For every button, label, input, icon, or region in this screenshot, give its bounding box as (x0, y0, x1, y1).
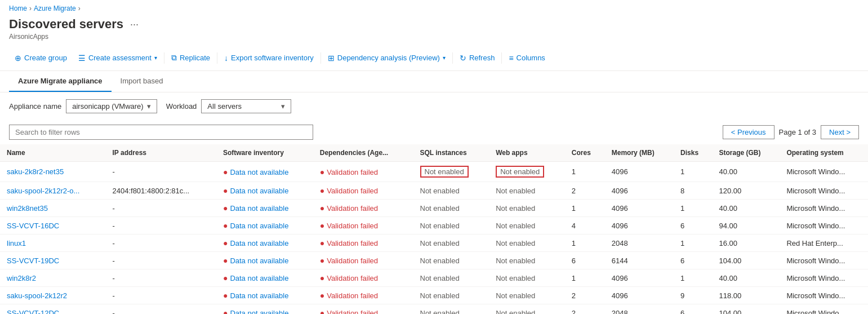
filters: Appliance name airsonicapp (VMware) ▾ Wo… (0, 92, 868, 120)
cell-dependencies: ●Validation failed (313, 287, 413, 304)
col-ip: IP address (106, 144, 216, 162)
cell-dependencies: ●Validation failed (313, 162, 413, 182)
cell-name[interactable]: SS-VCVT-16DC (0, 217, 106, 235)
search-input[interactable] (15, 128, 307, 136)
toolbar-separator-3 (321, 52, 321, 64)
toolbar-separator-2 (217, 52, 217, 64)
dependency-button[interactable]: ⊞ Dependency analysis (Preview) ▾ (322, 50, 451, 66)
columns-button[interactable]: ≡ Columns (503, 50, 550, 66)
error-icon: ● (223, 291, 228, 300)
cell-name[interactable]: saku-spool-2k12r2-o... (0, 182, 106, 200)
software-link[interactable]: Data not available (230, 204, 288, 213)
cell-cores: 2 (565, 304, 605, 315)
table-row: win2k8r2-●Data not available●Validation … (0, 269, 868, 287)
cell-dependencies: ●Validation failed (313, 217, 413, 235)
cell-memory: 4096 (605, 182, 674, 200)
cell-web-apps: Not enabled (489, 200, 565, 217)
error-icon: ● (223, 308, 228, 314)
cell-sql-instances: Not enabled (413, 162, 489, 182)
next-button[interactable]: Next > (821, 125, 859, 139)
error-icon: ● (223, 186, 228, 195)
cell-name[interactable]: saku-spool-2k12r2 (0, 287, 106, 304)
servers-table: Name IP address Software inventory Depen… (0, 144, 868, 314)
search-pagination-bar: < Previous Page 1 of 3 Next > (0, 120, 868, 144)
previous-button[interactable]: < Previous (723, 125, 774, 139)
appliance-select[interactable]: airsonicapp (VMware) ▾ (66, 99, 157, 113)
create-group-icon: ⊕ (15, 54, 21, 63)
cell-disks: 6 (674, 304, 713, 315)
cell-os: Red Hat Enterp... (780, 235, 868, 252)
software-link[interactable]: Data not available (230, 274, 288, 282)
table-row: saku-spool-2k12r2-●Data not available●Va… (0, 287, 868, 304)
cell-dependencies: ●Validation failed (313, 252, 413, 269)
workload-select[interactable]: All servers ▾ (201, 99, 291, 113)
toolbar-separator-5 (501, 52, 502, 64)
sql-highlight: Not enabled (420, 166, 469, 178)
software-link[interactable]: Data not available (230, 187, 288, 195)
refresh-icon: ↻ (460, 54, 466, 63)
cell-name[interactable]: SS-VCVT-12DC (0, 304, 106, 315)
cell-cores: 1 (565, 235, 605, 252)
create-group-button[interactable]: ⊕ Create group (9, 50, 73, 66)
cell-cores: 1 (565, 200, 605, 217)
table-row: SS-VCVT-12DC-●Data not available●Validat… (0, 304, 868, 315)
cell-web-apps: Not enabled (489, 252, 565, 269)
export-icon: ↓ (224, 54, 228, 63)
workload-chevron-icon: ▾ (281, 102, 285, 110)
cell-ip: - (106, 200, 216, 217)
more-options-button[interactable]: ··· (128, 19, 141, 30)
cell-storage: 118.00 (713, 287, 780, 304)
create-assessment-button[interactable]: ☰ Create assessment ▾ (73, 50, 163, 66)
cell-os: Microsoft Windo... (780, 252, 868, 269)
software-link[interactable]: Data not available (230, 309, 288, 314)
cell-web-apps: Not enabled (489, 182, 565, 200)
replicate-button[interactable]: ⧉ Replicate (166, 50, 216, 66)
cell-web-apps: Not enabled (489, 269, 565, 287)
software-link[interactable]: Data not available (230, 256, 288, 265)
cell-dependencies: ●Validation failed (313, 269, 413, 287)
col-webapps: Web apps (489, 144, 565, 162)
toolbar: ⊕ Create group ☰ Create assessment ▾ ⧉ R… (0, 45, 868, 71)
software-link[interactable]: Data not available (230, 222, 288, 230)
cell-name[interactable]: saku-2k8r2-net35 (0, 162, 106, 182)
cell-web-apps: Not enabled (489, 235, 565, 252)
tab-azure-migrate[interactable]: Azure Migrate appliance (9, 71, 112, 92)
cell-name[interactable]: linux1 (0, 235, 106, 252)
software-link[interactable]: Data not available (230, 168, 288, 176)
search-box[interactable] (9, 125, 313, 140)
tab-import-based[interactable]: Import based (112, 71, 172, 92)
col-name: Name (0, 144, 106, 162)
pagination: < Previous Page 1 of 3 Next > (723, 125, 859, 139)
breadcrumb-home[interactable]: Home (9, 5, 27, 12)
cell-storage: 40.00 (713, 162, 780, 182)
dependency-icon: ⊞ (328, 54, 335, 63)
cell-disks: 1 (674, 235, 713, 252)
cell-software-inventory: ●Data not available (216, 252, 313, 269)
refresh-button[interactable]: ↻ Refresh (454, 50, 501, 66)
software-link[interactable]: Data not available (230, 239, 288, 247)
col-software: Software inventory (216, 144, 313, 162)
cell-storage: 104.00 (713, 252, 780, 269)
cell-name[interactable]: win2k8r2 (0, 269, 106, 287)
replicate-icon: ⧉ (171, 53, 177, 63)
software-link[interactable]: Data not available (230, 291, 288, 300)
cell-software-inventory: ●Data not available (216, 182, 313, 200)
cell-ip: - (106, 287, 216, 304)
table-header-row: Name IP address Software inventory Depen… (0, 144, 868, 162)
cell-cores: 6 (565, 252, 605, 269)
webapp-highlight: Not enabled (496, 166, 544, 178)
col-disks: Disks (674, 144, 713, 162)
cell-web-apps: Not enabled (489, 304, 565, 315)
breadcrumb: Home › Azure Migrate › (0, 0, 868, 15)
cell-memory: 2048 (605, 235, 674, 252)
cell-name[interactable]: win2k8net35 (0, 200, 106, 217)
cell-memory: 4096 (605, 200, 674, 217)
export-button[interactable]: ↓ Export software inventory (219, 50, 319, 66)
dropdown-chevron-icon: ▾ (154, 55, 157, 61)
breadcrumb-azure-migrate[interactable]: Azure Migrate (34, 5, 76, 12)
cell-storage: 94.00 (713, 217, 780, 235)
create-assessment-icon: ☰ (78, 54, 86, 63)
cell-name[interactable]: SS-VCVT-19DC (0, 252, 106, 269)
cell-ip: 2404:f801:4800:2:81c... (106, 182, 216, 200)
cell-memory: 4096 (605, 217, 674, 235)
